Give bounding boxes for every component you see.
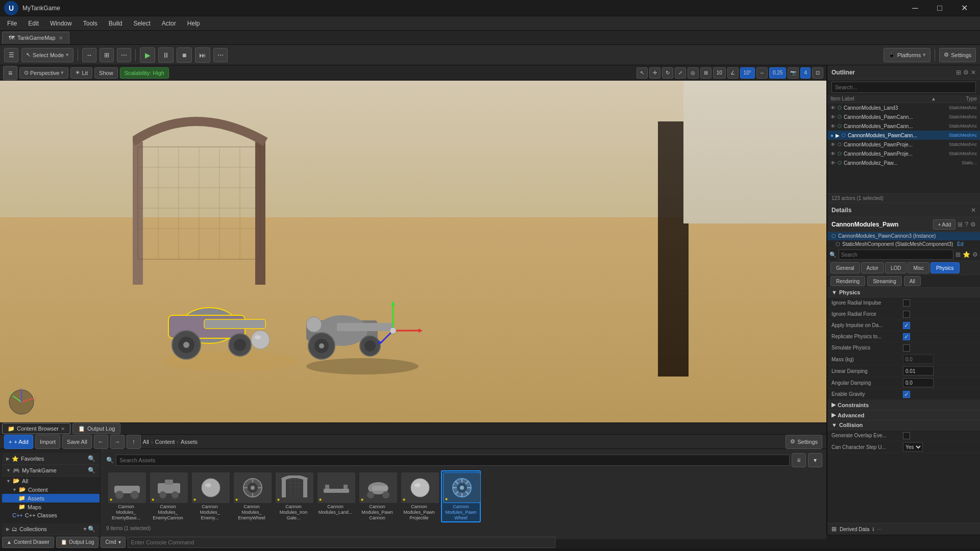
- menu-build[interactable]: Build: [104, 18, 128, 29]
- outliner-icon-2[interactable]: ⚙: [963, 69, 969, 76]
- grid-icon-btn[interactable]: ⊞: [700, 67, 712, 79]
- checkbox-2[interactable]: ✓: [903, 322, 910, 329]
- import-button[interactable]: Import: [35, 435, 60, 449]
- checkbox-1[interactable]: [903, 311, 910, 318]
- linear-damping-input[interactable]: [903, 366, 934, 375]
- favorites-header[interactable]: ▶ ⭐ Favorites 🔍: [2, 453, 100, 465]
- checkbox-coll-0[interactable]: [903, 432, 910, 439]
- cb-settings-button[interactable]: ⚙ Settings: [786, 435, 822, 449]
- menu-file[interactable]: File: [2, 18, 22, 29]
- details-search-input[interactable]: [839, 249, 953, 260]
- minimize-button[interactable]: ─: [903, 0, 927, 16]
- my-tank-game-header[interactable]: ▼ 🎮 MyTankGame 🔍: [2, 465, 100, 477]
- angle-icon-btn[interactable]: ∠: [727, 67, 739, 79]
- world-icon-btn[interactable]: ◎: [688, 67, 699, 79]
- details-close-icon[interactable]: ✕: [971, 207, 976, 214]
- camera-icon-btn[interactable]: 📷: [788, 67, 799, 79]
- history-forward-btn[interactable]: →: [110, 435, 125, 449]
- tree-all[interactable]: ▼ 📂 All: [2, 477, 100, 485]
- physics-section-header[interactable]: ▼ Physics: [827, 288, 980, 297]
- rotate-icon-btn[interactable]: ↻: [662, 67, 673, 79]
- lit-button[interactable]: ☀ Lit: [70, 67, 92, 79]
- history-back-btn[interactable]: ←: [94, 435, 108, 449]
- asset-item-7[interactable]: ★ Cannon Modules_Pawn Projectile: [399, 470, 439, 522]
- scalability-button[interactable]: Scalability: High: [120, 67, 169, 79]
- hamburger-button[interactable]: ☰: [4, 48, 18, 62]
- subtab-streaming[interactable]: Streaming: [867, 276, 902, 286]
- content-browser-tab[interactable]: 📁 Content Browser ✕: [2, 423, 70, 434]
- content-browser-tab-close[interactable]: ✕: [61, 426, 65, 432]
- snap-button[interactable]: ⊞: [100, 48, 114, 62]
- favorites-search-icon[interactable]: 🔍: [88, 455, 95, 462]
- details-star-icon[interactable]: ⭐: [963, 251, 970, 258]
- asset-item-0[interactable]: ★ Cannon Modules_ EnemyBase...: [106, 470, 146, 522]
- content-drawer-btn[interactable]: ▲ Content Drawer: [2, 537, 54, 548]
- settings-button[interactable]: ⚙ Settings: [939, 48, 976, 62]
- show-button[interactable]: Show: [94, 67, 118, 79]
- tab-misc[interactable]: Misc: [908, 262, 929, 273]
- menu-edit[interactable]: Edit: [23, 18, 44, 29]
- outliner-item-2[interactable]: 👁 ⬡ CannonModules_PawnCann... StaticMesh…: [827, 121, 980, 131]
- move-icon-btn[interactable]: ✛: [649, 67, 660, 79]
- stop-button[interactable]: ■: [177, 47, 192, 63]
- view-options-btn[interactable]: ▾: [808, 453, 822, 467]
- select-icon-btn[interactable]: ↖: [636, 67, 648, 79]
- output-log-tab[interactable]: 📋 Output Log: [72, 423, 120, 434]
- derived-data-label[interactable]: Derived Data: [840, 527, 869, 532]
- step-up-dropdown[interactable]: Yes No: [903, 442, 923, 452]
- play-button[interactable]: ▶: [140, 47, 155, 63]
- outliner-close-icon[interactable]: ✕: [971, 69, 976, 76]
- filter-btn[interactable]: ≡: [792, 453, 806, 467]
- tree-maps[interactable]: 📁 Maps: [2, 503, 100, 511]
- outliner-item-6[interactable]: 👁 ⬡ CannonModulez_Paw... Static...: [827, 158, 980, 167]
- grid-num[interactable]: 10: [713, 67, 726, 79]
- angle-value[interactable]: 10°: [740, 67, 755, 79]
- details-icon-1[interactable]: ⊞: [958, 221, 963, 228]
- collections-header[interactable]: ▶ 🗂 Collections + 🔍: [2, 523, 100, 535]
- asset-item-2[interactable]: ★ Cannon Modules_ Enemy...: [190, 470, 230, 522]
- pause-button[interactable]: ⏸: [158, 47, 174, 63]
- tree-cpp[interactable]: C++ C++ Classes: [2, 511, 100, 519]
- outliner-search-input[interactable]: [831, 82, 976, 93]
- output-log-btn[interactable]: 📋 Output Log: [56, 537, 99, 548]
- checkbox-0[interactable]: [903, 299, 910, 307]
- outliner-item-0[interactable]: 👁 ⬡ CannonModules_Land3 StaticMeshAc: [827, 103, 980, 112]
- outliner-icon-1[interactable]: ⊞: [956, 69, 961, 76]
- component-row[interactable]: ⬡ StaticMeshComponent (StaticMeshCompone…: [827, 240, 980, 248]
- outliner-item-3[interactable]: ● ▶ ⬡ CannonModules_PawnCann... StaticMe…: [827, 131, 980, 140]
- subtab-rendering[interactable]: Rendering: [830, 276, 865, 286]
- breadcrumb-content[interactable]: Content: [155, 439, 175, 445]
- tab-general[interactable]: General: [830, 262, 860, 273]
- map-tab-close[interactable]: ✕: [59, 35, 63, 41]
- asset-item-1[interactable]: ★ Cannon Modules_ EnemyCannon: [148, 470, 188, 522]
- menu-tools[interactable]: Tools: [78, 18, 103, 29]
- collections-add-icon[interactable]: +: [83, 525, 87, 533]
- viewport-canvas[interactable]: X Y Z: [0, 81, 826, 422]
- asset-item-3[interactable]: ★ Cannon Modules_ EnemyWheel: [232, 470, 272, 522]
- more-options-button[interactable]: ⋯: [213, 48, 228, 62]
- constraints-section-header[interactable]: ▶ Constraints: [827, 400, 980, 410]
- viewport-menu-icon[interactable]: ≡: [3, 66, 17, 80]
- outliner-item-4[interactable]: 👁 ⬡ CannonModules_PawnProje... StaticMes…: [827, 140, 980, 149]
- scale-icon-btn2[interactable]: ↔: [756, 67, 768, 79]
- subtab-all[interactable]: All: [904, 276, 921, 286]
- tab-actor[interactable]: Actor: [861, 262, 884, 273]
- maximize-vp-btn[interactable]: ⊡: [812, 67, 823, 79]
- folder-up-btn[interactable]: ↑: [127, 435, 141, 449]
- collision-section-header[interactable]: ▼ Collision: [827, 420, 980, 430]
- map-tab[interactable]: 🗺 TankGameMap ✕: [2, 32, 69, 44]
- cmd-btn[interactable]: Cmd ▾: [101, 537, 125, 548]
- asset-item-6[interactable]: ★ Cannon Modules_Pawn Cannon: [357, 470, 397, 522]
- my-tank-game-search-icon[interactable]: 🔍: [88, 467, 95, 474]
- scale-icon-btn[interactable]: ⤢: [675, 67, 686, 79]
- perspective-button[interactable]: ⊙ Perspective ▾: [19, 67, 68, 79]
- outliner-item-5[interactable]: 👁 ⬡ CannonModules_PawnProje... StaticMes…: [827, 149, 980, 158]
- asset-item-8[interactable]: ★ Cannon Modules_Pawn Wheel: [441, 470, 481, 522]
- save-all-button[interactable]: Save All: [62, 435, 92, 449]
- transform-button[interactable]: ↔: [82, 48, 96, 62]
- breadcrumb-assets[interactable]: Assets: [181, 439, 198, 445]
- add-component-button[interactable]: + Add: [933, 219, 955, 230]
- close-button[interactable]: ✕: [952, 0, 976, 16]
- details-grid-icon[interactable]: ⊞: [955, 251, 961, 258]
- checkbox-8[interactable]: ✓: [903, 391, 910, 398]
